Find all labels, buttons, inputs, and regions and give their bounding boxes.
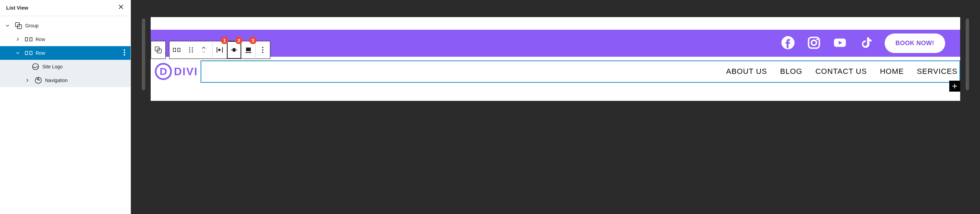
close-icon[interactable] — [118, 3, 124, 12]
tree-label: Group — [25, 23, 130, 29]
more-options-button[interactable] — [256, 41, 270, 59]
logo-letter: D — [159, 65, 167, 77]
instagram-icon[interactable] — [807, 35, 821, 51]
navigation-block[interactable]: ABOUT US BLOG CONTACT US HOME SERVICES — [200, 61, 960, 83]
block-tree: Group Row Row — [0, 16, 130, 90]
toolbar-main-group: 1 2 3 — [169, 41, 270, 59]
navigation-block-icon — [34, 76, 42, 85]
svg-point-8 — [124, 54, 125, 56]
toolbar-parent-group — [151, 41, 166, 59]
select-parent-button[interactable] — [151, 41, 165, 59]
block-mover[interactable] — [198, 41, 213, 59]
tree-label: Row — [35, 37, 130, 42]
drag-handle[interactable] — [184, 41, 198, 59]
chevron-right-icon[interactable] — [23, 78, 32, 83]
svg-point-33 — [811, 40, 816, 45]
nav-link[interactable]: BLOG — [780, 67, 802, 76]
svg-rect-25 — [233, 48, 235, 52]
svg-rect-14 — [178, 48, 180, 52]
tree-item-navigation[interactable]: Navigation — [0, 73, 130, 87]
align-button[interactable]: 2 — [227, 41, 241, 59]
svg-point-7 — [124, 52, 125, 53]
tree-label: Row — [35, 50, 130, 56]
svg-point-6 — [124, 50, 125, 51]
scrollbar-thumb-left[interactable] — [142, 18, 145, 90]
add-block-button[interactable] — [949, 81, 960, 92]
nav-link[interactable]: HOME — [880, 67, 904, 76]
svg-rect-22 — [218, 49, 220, 51]
svg-point-17 — [189, 49, 190, 50]
svg-point-19 — [189, 51, 190, 52]
youtube-icon[interactable] — [833, 35, 847, 51]
scrollbar-thumb-right[interactable] — [966, 18, 969, 90]
tree-item-row-selected[interactable]: Row — [0, 46, 130, 60]
more-icon[interactable] — [120, 48, 129, 58]
nav-link[interactable]: CONTACT US — [815, 67, 867, 76]
tree-label: Navigation — [45, 78, 130, 83]
svg-point-16 — [192, 47, 193, 48]
site-logo-block-icon — [32, 62, 40, 71]
nav-links: ABOUT US BLOG CONTACT US HOME SERVICES — [726, 67, 958, 76]
svg-rect-3 — [30, 38, 32, 41]
svg-rect-5 — [30, 51, 32, 55]
svg-point-18 — [192, 49, 193, 50]
tree-item-row[interactable]: Row — [0, 32, 130, 46]
move-down-icon[interactable] — [200, 50, 207, 54]
book-now-button[interactable]: BOOK NOW! — [885, 34, 945, 53]
move-up-icon[interactable] — [200, 46, 207, 50]
block-type-button[interactable] — [170, 41, 184, 59]
page-preview: 1 2 3 — [151, 17, 960, 101]
annotation-badge-3: 3 — [249, 37, 257, 44]
svg-point-28 — [262, 47, 264, 48]
header-main-row: D DIVI ABOUT US BLOG CONTACT US HOME SER… — [151, 57, 960, 86]
tiktok-icon[interactable] — [859, 35, 873, 51]
svg-point-29 — [262, 49, 264, 51]
group-block-icon — [14, 22, 22, 30]
svg-rect-26 — [246, 48, 251, 51]
editor-canvas: 1 2 3 — [131, 0, 980, 214]
svg-point-15 — [189, 47, 190, 48]
logo-text: DIVI — [174, 65, 198, 78]
list-view-header: List View — [0, 0, 130, 16]
tree-item-site-logo[interactable]: Site Logo — [0, 60, 130, 73]
chevron-down-icon[interactable] — [3, 23, 12, 29]
row-block-icon — [25, 35, 33, 43]
block-toolbar: 1 2 3 — [151, 41, 270, 59]
nav-link[interactable]: SERVICES — [917, 67, 958, 76]
svg-point-30 — [262, 52, 264, 53]
chevron-right-icon[interactable] — [14, 37, 22, 42]
logo-mark-icon: D — [155, 63, 172, 80]
svg-rect-13 — [173, 48, 176, 52]
svg-point-20 — [192, 51, 193, 52]
annotation-badge-2: 2 — [235, 37, 243, 44]
list-view-panel: List View Group Row — [0, 0, 131, 214]
full-width-button[interactable]: 3 — [241, 41, 256, 59]
chevron-down-icon[interactable] — [14, 50, 22, 56]
justify-button[interactable]: 1 — [213, 41, 227, 59]
tree-item-group[interactable]: Group — [0, 19, 130, 32]
tree-label: Site Logo — [42, 64, 130, 69]
list-view-title: List View — [6, 5, 29, 11]
svg-rect-4 — [25, 51, 28, 55]
svg-point-34 — [816, 38, 818, 40]
row-block-icon — [25, 49, 33, 57]
nav-link[interactable]: ABOUT US — [726, 67, 767, 76]
annotation-badge-1: 1 — [221, 37, 228, 44]
svg-rect-2 — [25, 38, 28, 41]
facebook-icon[interactable] — [781, 35, 795, 51]
site-logo[interactable]: D DIVI — [153, 63, 198, 80]
header-topbar: BOOK NOW! — [151, 30, 960, 57]
